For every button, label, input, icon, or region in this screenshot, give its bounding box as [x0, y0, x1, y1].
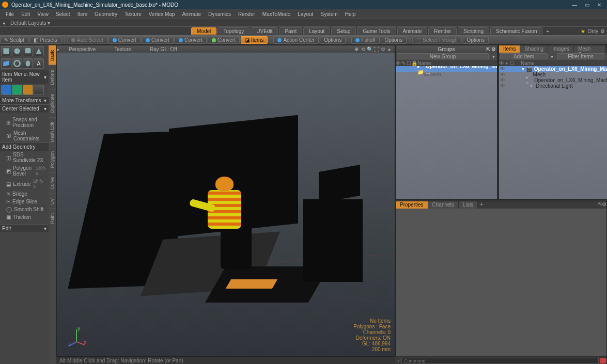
vtab-mesh-edit[interactable]: Mesh Edit: [49, 117, 56, 147]
gear-icon[interactable]: ⚙: [600, 28, 605, 34]
tab-paint[interactable]: Paint: [279, 27, 302, 35]
menu-file[interactable]: File: [2, 11, 18, 17]
tab-uvedit[interactable]: UVEdit: [251, 27, 278, 35]
tab-add-button[interactable]: +: [543, 28, 552, 34]
viewport-raygl-dropdown[interactable]: Ray GL: Off: [141, 46, 186, 52]
menu-layout[interactable]: Layout: [294, 11, 317, 17]
center-selected-dropdown[interactable]: Center Selected▾: [0, 104, 49, 113]
vp-max-icon[interactable]: ▸: [387, 46, 393, 52]
filter-items-button[interactable]: Filter Items: [557, 53, 604, 59]
gear-icon[interactable]: ⚙: [491, 46, 496, 52]
convert-edge-button[interactable]: Convert: [142, 36, 174, 44]
cylinder-icon[interactable]: [23, 46, 33, 56]
cube-icon[interactable]: [1, 46, 11, 56]
layout-dropdown[interactable]: Default Layouts ▾: [7, 20, 53, 26]
light-row[interactable]: 👁 ☀Directional Light: [499, 83, 607, 89]
locator-row[interactable]: 👁 ▸ ⌖Operator_on_LX6_Mining_Machine…: [499, 77, 607, 83]
tab-scripting[interactable]: Scripting: [458, 27, 489, 35]
vtab-curve[interactable]: Curve: [49, 172, 56, 194]
vtab-uv[interactable]: UV: [49, 194, 56, 209]
lists-tab[interactable]: Lists: [459, 201, 478, 209]
torus-icon[interactable]: [12, 58, 22, 69]
menu-item[interactable]: Item: [74, 11, 91, 17]
rotate-icon[interactable]: [12, 85, 22, 95]
window-restore-button[interactable]: ▭: [581, 1, 593, 8]
tab-game-tools[interactable]: Game Tools: [357, 27, 396, 35]
menu-animate[interactable]: Animate: [178, 11, 205, 17]
groups-tree[interactable]: ▸ 📁 Operator_on_LX6_Mining_Mac … 50 Item…: [396, 66, 497, 199]
action-center-button[interactable]: Action Center: [273, 36, 319, 44]
vtab-paint[interactable]: Paint: [49, 209, 56, 228]
menu-help[interactable]: Help: [341, 11, 360, 17]
menu-select[interactable]: Select: [52, 11, 74, 17]
popout-icon[interactable]: ⇱: [486, 46, 490, 52]
cone-icon[interactable]: [34, 46, 44, 56]
scene-row[interactable]: 👁 ▾ 🎬Operator_on_LX6_Mining_Mac …: [499, 66, 607, 72]
convert-mat-button[interactable]: Convert: [208, 36, 240, 44]
menu-geometry[interactable]: Geometry: [91, 11, 121, 17]
vp-orbit-icon[interactable]: ⟲: [360, 46, 366, 52]
edge-slice-item[interactable]: ✂Edge Slice: [0, 198, 49, 205]
window-minimize-button[interactable]: —: [569, 1, 580, 8]
select-through-button[interactable]: ⬚Select Through: [412, 36, 462, 44]
new-group-dropdown[interactable]: ▾: [491, 54, 496, 59]
capsule-icon[interactable]: [23, 58, 33, 69]
extrude-item[interactable]: ⬓ExtrudeShift-X: [0, 178, 49, 190]
thicken-item[interactable]: ▣Thicken: [0, 213, 49, 221]
axis-gizmo[interactable]: y x z: [66, 326, 87, 347]
items-tab[interactable]: Items: [499, 45, 520, 53]
vp-fit-icon[interactable]: ⛶: [373, 46, 379, 52]
menu-render[interactable]: Render: [235, 11, 259, 17]
options-3-button[interactable]: Options: [463, 36, 489, 44]
window-close-button[interactable]: ✕: [594, 1, 605, 8]
convert-vertex-button[interactable]: Convert: [108, 36, 141, 44]
vtab-basic[interactable]: Basic: [49, 45, 56, 65]
viewport-view-dropdown[interactable]: Perspective: [59, 46, 105, 52]
vtab-duplicate[interactable]: Duplicate: [49, 89, 56, 118]
item-menu-dropdown[interactable]: Item Menu: New Item▾: [0, 70, 49, 84]
only-label[interactable]: Only: [587, 28, 598, 34]
auto-select-button[interactable]: Auto Select: [67, 36, 107, 44]
presets-button[interactable]: ◧Presets: [29, 36, 61, 44]
gear-icon[interactable]: ⚙: [602, 201, 606, 207]
mesh-ops-tab[interactable]: Mesh Ops: [574, 45, 605, 53]
new-group-button[interactable]: New Group: [397, 53, 489, 59]
mesh-constraints-item[interactable]: ⦿Mesh Constraints: [0, 129, 49, 143]
menu-system[interactable]: System: [317, 11, 341, 17]
options-2-button[interactable]: Options: [381, 36, 407, 44]
mesh-row[interactable]: 👁 ▫Mesh: [499, 72, 607, 77]
images-tab[interactable]: Images: [548, 45, 574, 53]
text-icon[interactable]: A: [34, 58, 44, 69]
items-tab-add[interactable]: +: [605, 45, 607, 53]
polygon-bevel-item[interactable]: ◩Polygon BevelShift-B: [0, 164, 49, 178]
tab-setup[interactable]: Setup: [331, 27, 356, 35]
transform-icon[interactable]: [34, 85, 44, 95]
channels-tab[interactable]: Channels: [428, 201, 459, 209]
tab-render[interactable]: Render: [428, 27, 457, 35]
group-row[interactable]: ▸ 📁 Operator_on_LX6_Mining_Mac …: [396, 66, 497, 72]
sds-subdivide-item[interactable]: ◫SDS Subdivide 2X: [0, 151, 49, 164]
vtab-polygon[interactable]: Polygon: [49, 147, 56, 172]
props-tab-add[interactable]: +: [478, 201, 485, 209]
tab-schematic-fusion[interactable]: Schematic Fusion: [490, 27, 542, 35]
viewport-shading-dropdown[interactable]: Texture: [105, 46, 141, 52]
vtab-deform[interactable]: Deform: [49, 65, 56, 89]
convert-poly-button[interactable]: Convert: [175, 36, 207, 44]
more-transforms-dropdown[interactable]: More Transforms▾: [0, 96, 49, 104]
menu-dynamics[interactable]: Dynamics: [205, 11, 235, 17]
items-tree[interactable]: 👁 ▾ 🎬Operator_on_LX6_Mining_Mac … 👁 ▫Mes…: [499, 66, 607, 199]
falloff-button[interactable]: Falloff: [351, 36, 379, 44]
sphere-icon[interactable]: [12, 46, 22, 56]
popout-icon[interactable]: ⇱: [598, 201, 602, 207]
layout-prev-button[interactable]: ◂: [0, 20, 7, 26]
vp-pan-icon[interactable]: ✥: [353, 46, 359, 52]
move-icon[interactable]: [1, 85, 11, 95]
record-button[interactable]: [600, 358, 606, 363]
tab-animate[interactable]: Animate: [397, 27, 428, 35]
command-input[interactable]: [401, 358, 599, 363]
viewport-canvas[interactable]: No Items Polygons : Face Channels: 0 Def…: [57, 53, 395, 356]
vp-gear-icon[interactable]: ⚙: [380, 46, 386, 52]
properties-body[interactable]: [396, 209, 606, 356]
tab-topology[interactable]: Topology: [217, 27, 250, 35]
smooth-shift-item[interactable]: ◯Smooth Shift: [0, 205, 49, 213]
